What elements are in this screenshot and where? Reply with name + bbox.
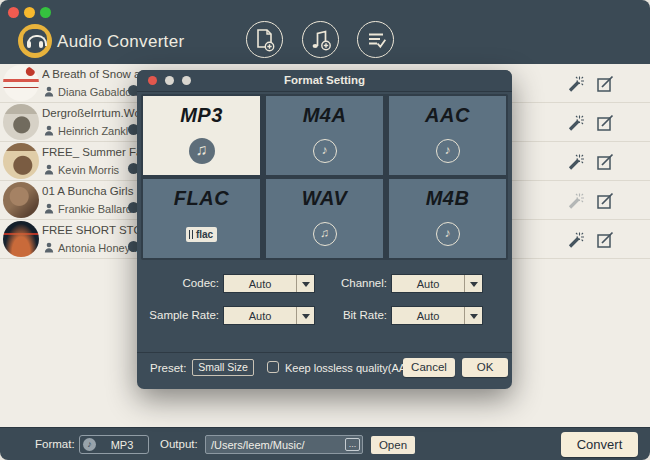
sample-rate-label: Sample Rate: <box>137 309 219 321</box>
effects-wand-button-disabled <box>567 192 585 210</box>
channel-label: Channel: <box>305 277 387 289</box>
effects-wand-button[interactable] <box>567 114 585 132</box>
output-label: Output: <box>160 438 198 450</box>
preset-label: Preset: <box>150 362 186 374</box>
music-note-circle-icon: ♪ <box>313 139 337 163</box>
album-art <box>3 104 39 140</box>
minimize-window-button[interactable] <box>24 7 35 18</box>
music-notes-circle-icon: ♫ <box>313 222 337 246</box>
track-author: Diana Gabaldon <box>58 86 138 98</box>
sample-rate-value: Auto <box>224 310 296 322</box>
chevron-down-icon <box>464 307 482 324</box>
mp3-notes-icon: ♫ <box>189 138 215 164</box>
app-title: Audio Converter <box>57 32 184 52</box>
dialog-title-bar: Format Setting <box>137 70 512 92</box>
format-cell-flac[interactable]: FLAC flac <box>143 179 260 258</box>
codec-select[interactable]: Auto <box>223 274 315 293</box>
effects-wand-button[interactable] <box>567 75 585 93</box>
person-icon <box>44 203 54 214</box>
person-icon <box>44 242 54 253</box>
album-art <box>3 182 39 218</box>
cancel-button[interactable]: Cancel <box>403 358 455 377</box>
format-name: MP3 <box>143 104 260 127</box>
add-music-icon <box>309 28 333 52</box>
output-path-value: /Users/leem/Music/ <box>211 439 305 451</box>
bit-rate-label: Bit Rate: <box>305 309 387 321</box>
track-author: Kevin Morris <box>58 164 119 176</box>
dialog-title: Format Setting <box>137 74 512 86</box>
format-cell-aac[interactable]: AAC ♪ <box>389 96 506 175</box>
browse-button[interactable]: ... <box>345 438 360 451</box>
app-logo-icon <box>18 24 52 58</box>
bottom-bar: Format: ♪ MP3 Output: /Users/leem/Music/… <box>0 427 650 460</box>
music-note-circle-icon: ♪ <box>436 222 460 246</box>
format-setting-dialog: Format Setting MP3 ♫ M4A ♪ AAC ♪ FLAC fl… <box>137 70 512 389</box>
bit-rate-value: Auto <box>392 310 464 322</box>
format-name: M4A <box>266 104 383 127</box>
album-art <box>3 65 39 101</box>
edit-button[interactable] <box>596 153 614 171</box>
format-name: M4B <box>389 187 506 210</box>
edit-button[interactable] <box>596 231 614 249</box>
add-file-icon <box>254 28 276 52</box>
zoom-window-button[interactable] <box>40 7 51 18</box>
channel-select[interactable]: Auto <box>391 274 483 293</box>
open-button[interactable]: Open <box>371 436 415 454</box>
bit-rate-select[interactable]: Auto <box>391 306 483 325</box>
ok-button[interactable]: OK <box>462 358 508 377</box>
output-path-field[interactable]: /Users/leem/Music/ ... <box>205 435 363 454</box>
format-cell-m4b[interactable]: M4B ♪ <box>389 179 506 258</box>
sample-rate-select[interactable]: Auto <box>223 306 315 325</box>
close-window-button[interactable] <box>8 7 19 18</box>
person-icon <box>44 86 54 97</box>
format-name: AAC <box>389 104 506 127</box>
effects-wand-button[interactable] <box>567 153 585 171</box>
top-bar: Audio Converter <box>0 0 650 64</box>
music-note-icon: ♪ <box>83 438 96 451</box>
codec-value: Auto <box>224 278 296 290</box>
track-author: Frankie Ballard <box>58 203 132 215</box>
edit-button[interactable] <box>596 192 614 210</box>
format-value: MP3 <box>96 439 148 451</box>
track-author: Heinrich Zankl <box>58 125 128 137</box>
album-art <box>3 143 39 179</box>
dialog-divider <box>137 352 512 353</box>
format-name: WAV <box>266 187 383 210</box>
converted-list-button[interactable] <box>357 21 394 58</box>
chevron-down-icon <box>464 275 482 292</box>
effects-wand-button[interactable] <box>567 231 585 249</box>
music-note-circle-icon: ♪ <box>436 139 460 163</box>
edit-button[interactable] <box>596 75 614 93</box>
flac-badge-icon: flac <box>186 227 217 242</box>
format-cell-m4a[interactable]: M4A ♪ <box>266 96 383 175</box>
preset-input[interactable]: Small Size <box>192 359 254 376</box>
codec-label: Codec: <box>137 277 219 289</box>
format-name: FLAC <box>143 187 260 210</box>
format-label: Format: <box>35 438 75 450</box>
format-selector[interactable]: ♪ MP3 <box>79 435 149 454</box>
channel-value: Auto <box>392 278 464 290</box>
convert-button[interactable]: Convert <box>561 432 638 457</box>
add-file-button[interactable] <box>246 21 283 58</box>
format-cell-wav[interactable]: WAV ♫ <box>266 179 383 258</box>
edit-button[interactable] <box>596 114 614 132</box>
add-music-button[interactable] <box>302 21 339 58</box>
task-list-icon <box>364 28 388 52</box>
format-cell-mp3[interactable]: MP3 ♫ <box>143 96 260 175</box>
person-icon <box>44 125 54 136</box>
person-icon <box>44 164 54 175</box>
audio-converter-window: Audio Converter <box>0 0 650 460</box>
lossless-checkbox[interactable] <box>267 361 279 373</box>
album-art <box>3 221 39 257</box>
